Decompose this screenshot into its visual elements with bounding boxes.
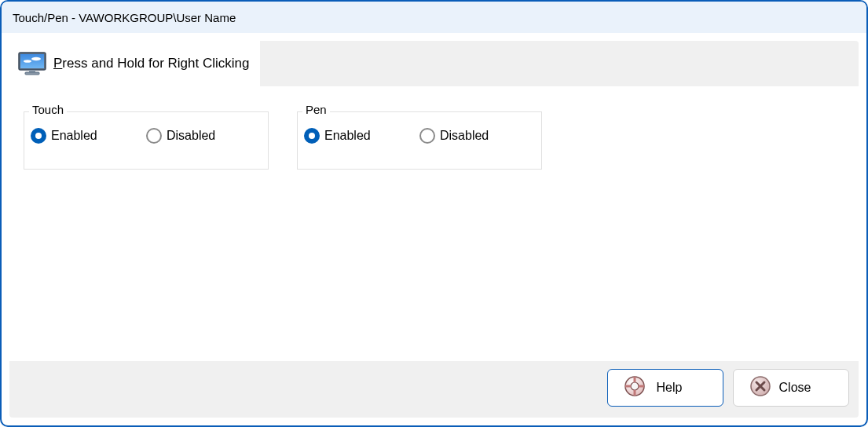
window-title: Touch/Pen - VAWORKGROUP\User Name [13, 11, 236, 24]
radio-checked-icon [304, 128, 320, 144]
close-button[interactable]: Close [733, 369, 849, 407]
radio-pen-disabled[interactable]: Disabled [419, 128, 535, 144]
group-touch-radios: Enabled Disabled [24, 112, 268, 144]
group-pen: Pen Enabled Disabled [297, 111, 542, 170]
help-button[interactable]: Help [607, 369, 723, 407]
tab-label: Press and Hold for Right Clicking [53, 56, 249, 71]
radio-pen-enabled[interactable]: Enabled [304, 128, 419, 144]
title-bar: Touch/Pen - VAWORKGROUP\User Name [2, 2, 866, 33]
group-touch: Touch Enabled Disabled [24, 111, 269, 170]
radio-touch-enabled[interactable]: Enabled [31, 128, 146, 144]
close-circle-icon [749, 375, 771, 400]
radio-label: Disabled [167, 129, 215, 143]
radio-touch-disabled[interactable]: Disabled [146, 128, 262, 144]
radio-checked-icon [31, 128, 46, 144]
dialog-window: Touch/Pen - VAWORKGROUP\User Name [0, 0, 868, 427]
group-pen-legend: Pen [302, 103, 330, 116]
radio-unchecked-icon [146, 128, 162, 144]
group-pen-radios: Enabled Disabled [298, 112, 541, 144]
lifebuoy-icon [624, 375, 646, 400]
group-row: Touch Enabled Disabled Pen [24, 104, 844, 170]
dialog-body: Press and Hold for Right Clicking Touch … [9, 41, 859, 418]
svg-point-3 [24, 60, 31, 63]
dialog-footer: Help [9, 361, 859, 418]
svg-point-7 [631, 382, 639, 390]
monitor-icon [17, 51, 47, 76]
tab-content: Touch Enabled Disabled Pen [9, 86, 859, 361]
tab-strip: Press and Hold for Right Clicking [9, 41, 859, 86]
radio-unchecked-icon [419, 128, 435, 144]
svg-point-2 [31, 57, 41, 60]
tab-press-and-hold[interactable]: Press and Hold for Right Clicking [9, 41, 260, 86]
radio-label: Disabled [440, 129, 489, 143]
radio-label: Enabled [51, 129, 97, 143]
svg-rect-5 [25, 72, 39, 75]
radio-label: Enabled [324, 129, 371, 143]
group-touch-legend: Touch [29, 103, 67, 116]
